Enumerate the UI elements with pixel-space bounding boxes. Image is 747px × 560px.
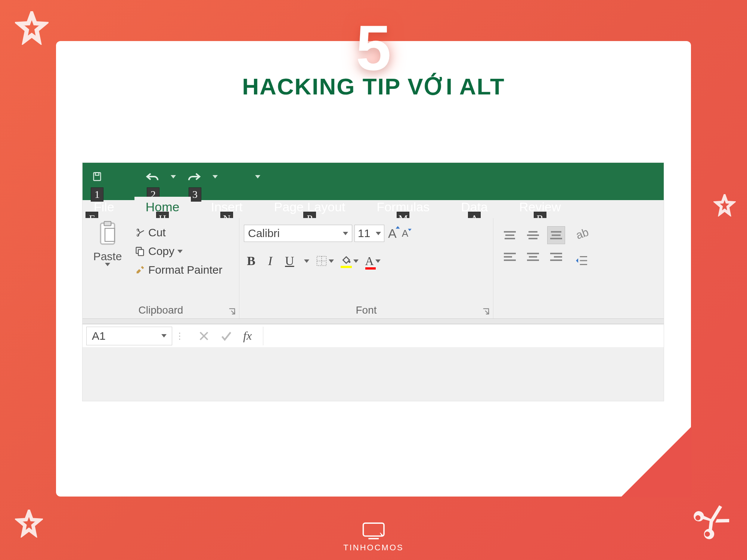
undo-button[interactable]: 2	[145, 169, 159, 184]
group-clipboard: Paste Cut Copy	[83, 218, 239, 318]
group-label: Clipboard	[87, 302, 235, 317]
redo-dropdown-icon[interactable]	[213, 175, 218, 178]
ribbon: Paste Cut Copy	[83, 218, 664, 319]
tab-data[interactable]: Data A	[450, 197, 499, 218]
align-right-button[interactable]	[547, 248, 565, 266]
orientation-icon: ab	[575, 226, 590, 241]
format-painter-button[interactable]: Format Painter	[132, 262, 225, 278]
align-bottom-button[interactable]	[547, 226, 565, 244]
font-size-dropdown[interactable]: 11	[354, 225, 384, 242]
excel-window: 1 2 3 File F	[82, 162, 664, 401]
star-decoration-icon	[15, 510, 43, 538]
cut-icon	[135, 227, 145, 238]
customize-qat-icon[interactable]	[255, 175, 260, 178]
font-name-dropdown[interactable]: Calibri	[244, 225, 352, 242]
dropdown-icon	[161, 334, 167, 337]
paste-button[interactable]: Paste	[87, 221, 128, 278]
monitor-icon	[360, 521, 387, 541]
footer-logo: TINHOCMOS	[343, 521, 403, 553]
grow-font-button[interactable]: A	[387, 226, 398, 241]
indent-icon	[575, 254, 588, 267]
decrease-indent-button[interactable]	[575, 254, 590, 269]
fill-icon	[341, 255, 352, 267]
orientation-button[interactable]: ab	[575, 226, 590, 243]
dropdown-icon	[343, 232, 348, 235]
copy-button[interactable]: Copy	[132, 243, 225, 259]
dropdown-icon	[329, 259, 334, 263]
dropdown-icon	[376, 232, 381, 235]
svg-rect-1	[95, 173, 99, 175]
formula-input[interactable]	[263, 327, 664, 345]
italic-button[interactable]: I	[265, 253, 275, 269]
title-bar: 1 2 3 File F	[83, 163, 664, 200]
tab-formulas[interactable]: Formulas M	[365, 197, 441, 218]
font-size: 11	[358, 227, 370, 240]
svg-text:ab: ab	[575, 226, 590, 241]
dialog-launcher-icon[interactable]	[483, 308, 489, 315]
ribbon-tabs: File F Home H Insert N Page Layout P For…	[83, 200, 572, 218]
font-color-button[interactable]: A	[365, 254, 381, 268]
svg-rect-0	[94, 173, 101, 181]
save-button[interactable]: 1	[90, 169, 104, 184]
borders-icon	[316, 255, 327, 267]
dropdown-icon	[353, 259, 359, 263]
insert-function-button[interactable]: fx	[243, 329, 252, 343]
footer-brand: TINHOCMOS	[343, 543, 403, 553]
shrink-font-button[interactable]: A	[400, 228, 410, 239]
content-card: 5 HACKING TIP VỚI ALT 1 2 3	[56, 41, 691, 497]
format-painter-label: Format Painter	[148, 264, 222, 276]
bold-button[interactable]: B	[244, 253, 258, 269]
tab-page-layout[interactable]: Page Layout P	[263, 197, 357, 218]
underline-button[interactable]: U	[282, 253, 297, 269]
paste-icon	[97, 221, 118, 248]
borders-button[interactable]	[316, 255, 334, 267]
font-name: Calibri	[248, 227, 280, 240]
underline-dropdown-icon[interactable]	[304, 259, 309, 263]
page-title: HACKING TIP VỚI ALT	[56, 73, 691, 100]
tab-insert[interactable]: Insert N	[200, 197, 254, 218]
group-alignment: ab	[493, 218, 664, 318]
group-label: Font	[244, 302, 489, 317]
quick-access-toolbar: 1 2 3	[90, 169, 260, 184]
drag-handle-icon[interactable]: ⋮	[172, 331, 187, 341]
paste-dropdown-icon[interactable]	[105, 263, 110, 266]
align-top-button[interactable]	[501, 226, 519, 244]
tab-home[interactable]: Home H	[134, 197, 191, 218]
svg-rect-3	[104, 221, 111, 226]
fill-color-button[interactable]	[341, 255, 359, 267]
svg-point-10	[348, 261, 350, 263]
copy-label: Copy	[148, 245, 174, 258]
copy-dropdown-icon[interactable]	[177, 250, 183, 253]
formula-bar: A1 ⋮ fx	[83, 324, 664, 347]
tab-file[interactable]: File F	[83, 197, 125, 218]
svg-rect-4	[105, 228, 115, 242]
copy-icon	[135, 246, 145, 256]
enter-formula-icon[interactable]	[220, 330, 233, 342]
group-font: Calibri 11 A A	[239, 218, 493, 318]
format-painter-icon	[135, 265, 145, 275]
corner-fold	[621, 426, 692, 497]
shrink-arrow-icon	[407, 227, 412, 231]
star-decoration-icon	[15, 11, 49, 45]
paste-label: Paste	[93, 250, 122, 263]
redo-button[interactable]: 3	[187, 169, 201, 184]
name-box-value: A1	[92, 330, 106, 342]
dialog-launcher-icon[interactable]	[229, 308, 235, 315]
scissors-decoration-icon	[684, 493, 740, 549]
cut-button[interactable]: Cut	[132, 225, 225, 240]
name-box[interactable]: A1	[86, 327, 172, 345]
cancel-formula-icon[interactable]	[198, 330, 210, 342]
align-middle-button[interactable]	[524, 226, 542, 244]
dropdown-icon	[375, 259, 381, 263]
grow-arrow-icon	[395, 225, 400, 231]
undo-dropdown-icon[interactable]	[171, 175, 176, 178]
cut-label: Cut	[148, 226, 166, 239]
align-center-button[interactable]	[524, 248, 542, 266]
svg-rect-6	[138, 249, 143, 255]
tab-review[interactable]: Review R	[508, 197, 572, 218]
star-decoration-icon	[713, 194, 736, 217]
align-left-button[interactable]	[501, 248, 519, 266]
